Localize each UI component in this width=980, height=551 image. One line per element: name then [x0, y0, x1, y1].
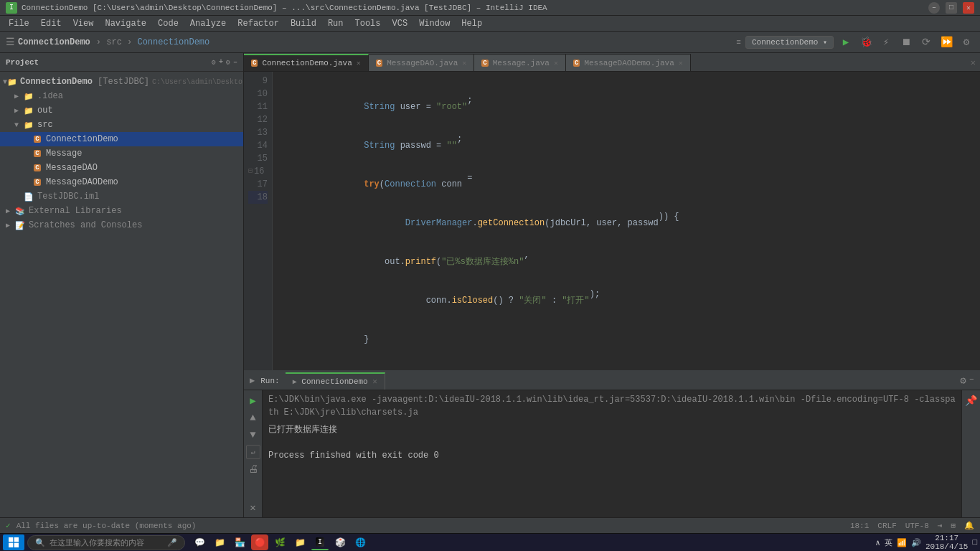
- line-num-17: 17: [248, 178, 268, 191]
- run-panel: ▶ Run: ▶ ConnectionDemo ✕ ⚙ – ▶ ▲: [244, 370, 980, 517]
- win-close-btn[interactable]: ✕: [963, 2, 974, 14]
- task-icon-game2[interactable]: 🌐: [352, 534, 369, 550]
- menu-refactor[interactable]: Refactor: [232, 17, 285, 30]
- menu-edit[interactable]: Edit: [35, 17, 67, 30]
- task-icon-idea[interactable]: I: [311, 534, 329, 550]
- rerun-btn[interactable]: ▶: [246, 393, 260, 408]
- menu-window[interactable]: Window: [413, 17, 456, 30]
- print-btn[interactable]: 🖨: [246, 462, 260, 476]
- task-icon-files[interactable]: 📁: [291, 534, 308, 550]
- tab-icon-message: C: [481, 60, 488, 67]
- status-left: ✓ All files are up-to-date (moments ago): [6, 521, 196, 530]
- sidebar-toggle-btn[interactable]: ☰: [6, 36, 15, 48]
- tab-close-messagedao[interactable]: ✕: [462, 59, 466, 67]
- volume-icon[interactable]: 🔊: [911, 538, 921, 547]
- run-tab-close[interactable]: ✕: [372, 377, 377, 386]
- editor-area: C ConnectionDemo.java ✕ C MessageDAO.jav…: [244, 53, 980, 370]
- menu-code[interactable]: Code: [152, 17, 184, 30]
- tab-messagedaodemo[interactable]: C MessageDAODemo.java ✕: [566, 54, 691, 71]
- sidebar-add-btn[interactable]: +: [219, 58, 223, 67]
- file-encoding[interactable]: UTF-8: [905, 522, 929, 530]
- run-settings-btn[interactable]: ⚙: [960, 375, 966, 387]
- win-maximize-btn[interactable]: □: [946, 2, 957, 14]
- sidebar-item-out[interactable]: ▶ 📁 out: [0, 103, 243, 118]
- tab-run-connectiondemo[interactable]: ▶ ConnectionDemo ✕: [286, 372, 385, 390]
- menu-tools[interactable]: Tools: [349, 17, 387, 30]
- sidebar-item-messagedao[interactable]: C MessageDAO: [0, 161, 243, 175]
- system-clock[interactable]: 21:17 2018/4/15: [925, 534, 968, 551]
- structure-icon[interactable]: ≡: [736, 38, 741, 47]
- sidebar-item-message[interactable]: C Message: [0, 146, 243, 161]
- cursor-position[interactable]: 18:1: [850, 522, 869, 530]
- sidebar-settings-btn[interactable]: ⚙: [212, 58, 216, 67]
- settings-button[interactable]: ⚙: [958, 34, 974, 50]
- menu-navigate[interactable]: Navigate: [99, 17, 152, 30]
- sidebar-item-src[interactable]: ▼ 📁 src: [0, 118, 243, 132]
- tray-arrow[interactable]: ∧: [875, 538, 880, 547]
- project-icon: 📁: [7, 76, 17, 88]
- status-check-icon: ✓: [6, 521, 11, 530]
- task-icon-game1[interactable]: 🎲: [331, 534, 349, 550]
- tab-message[interactable]: C Message.java ✕: [474, 54, 566, 71]
- task-icon-chat[interactable]: 💬: [191, 534, 208, 550]
- bottom-content: ▶ ▲ ▼ ↵ 🖨 ✕ E:\JDK\bin\java.exe -javaage…: [244, 390, 980, 517]
- message-label: Message: [46, 149, 82, 159]
- scroll-up-btn[interactable]: ▲: [246, 410, 260, 425]
- action-center-icon[interactable]: □: [972, 538, 977, 547]
- menu-analyze[interactable]: Analyze: [184, 17, 232, 30]
- debug-button[interactable]: 🐞: [858, 34, 874, 50]
- run-config-selector[interactable]: ConnectionDemo ▾: [745, 36, 834, 49]
- run-hide-btn[interactable]: –: [969, 375, 974, 387]
- sidebar-item-scratches[interactable]: ▶ 📝 Scratches and Consoles: [0, 218, 243, 232]
- sidebar-item-project-root[interactable]: ▼ 📁 ConnectionDemo [TestJDBC] C:\Users\a…: [0, 75, 243, 89]
- run-left-controls: ▶ ▲ ▼ ↵ 🖨 ✕: [244, 390, 263, 517]
- java-icon-messagedaodemo: C: [32, 176, 43, 188]
- sidebar-item-connectiondemo[interactable]: C ConnectionDemo: [0, 132, 243, 146]
- menu-run[interactable]: Run: [322, 17, 349, 30]
- task-icon-store[interactable]: 🏪: [231, 534, 248, 550]
- code-content[interactable]: String user = "root"; String passwd = ""…: [273, 72, 980, 370]
- sidebar-gear-btn[interactable]: ⚙: [226, 58, 230, 67]
- run-button[interactable]: ▶: [838, 34, 854, 50]
- menu-build[interactable]: Build: [285, 17, 322, 30]
- sidebar-hide-btn[interactable]: –: [233, 58, 237, 67]
- tab-close-messagedaodemo[interactable]: ✕: [679, 59, 683, 67]
- menu-help[interactable]: Help: [456, 17, 488, 30]
- close-all-tabs-btn[interactable]: ✕: [966, 55, 980, 71]
- notifications-icon[interactable]: 🔔: [964, 521, 974, 530]
- close-run-btn[interactable]: ✕: [246, 500, 260, 514]
- pin-btn[interactable]: 📌: [964, 393, 979, 408]
- line-ending[interactable]: CRLF: [877, 522, 896, 530]
- svg-rect-3: [14, 543, 19, 547]
- start-button[interactable]: [3, 534, 24, 550]
- tab-close-connectiondemo[interactable]: ✕: [357, 59, 361, 67]
- task-icon-green[interactable]: 🌿: [271, 534, 288, 550]
- stop-button[interactable]: ⏹: [898, 34, 914, 50]
- code-editor[interactable]: 9 10 11 12 13 14 15 ⊟16 17 18 String use…: [244, 72, 980, 370]
- taskbar-search[interactable]: 🔍 在这里输入你要搜索的内容 🎤: [27, 535, 185, 550]
- win-minimize-btn[interactable]: –: [928, 2, 940, 14]
- wrap-btn[interactable]: ↵: [246, 445, 260, 459]
- menu-view[interactable]: View: [67, 17, 100, 30]
- layout-icon[interactable]: ⊞: [951, 521, 956, 530]
- sidebar-item-external-libraries[interactable]: ▶ 📚 External Libraries: [0, 204, 243, 218]
- sidebar-item-messagedaodemo[interactable]: C MessageDAODemo: [0, 175, 243, 189]
- sidebar-item-testjdbc-iml[interactable]: 📄 TestJDBC.iml: [0, 189, 243, 204]
- task-icon-red[interactable]: 🔴: [251, 534, 268, 550]
- sidebar-item-idea[interactable]: ▶ 📁 .idea: [0, 89, 243, 103]
- task-icon-explorer[interactable]: 📁: [211, 534, 228, 550]
- tab-icon-messagedao: C: [376, 60, 382, 67]
- tab-connectiondemo[interactable]: C ConnectionDemo.java ✕: [244, 54, 369, 71]
- sync-button[interactable]: ⟳: [918, 34, 934, 50]
- tab-messagedao[interactable]: C MessageDAO.java ✕: [369, 54, 474, 71]
- scroll-down-btn[interactable]: ▼: [246, 428, 260, 442]
- app-icon: I: [6, 2, 17, 14]
- coverage-button[interactable]: ⚡: [878, 34, 894, 50]
- lang-indicator[interactable]: 英: [885, 537, 892, 548]
- tab-close-message[interactable]: ✕: [554, 59, 558, 67]
- forward-button[interactable]: ⏩: [938, 34, 954, 50]
- code-line-11: try(Connection conn =: [281, 178, 971, 191]
- line-num-10: 10: [248, 88, 268, 100]
- menu-vcs[interactable]: VCS: [387, 17, 414, 30]
- menu-file[interactable]: File: [3, 17, 35, 30]
